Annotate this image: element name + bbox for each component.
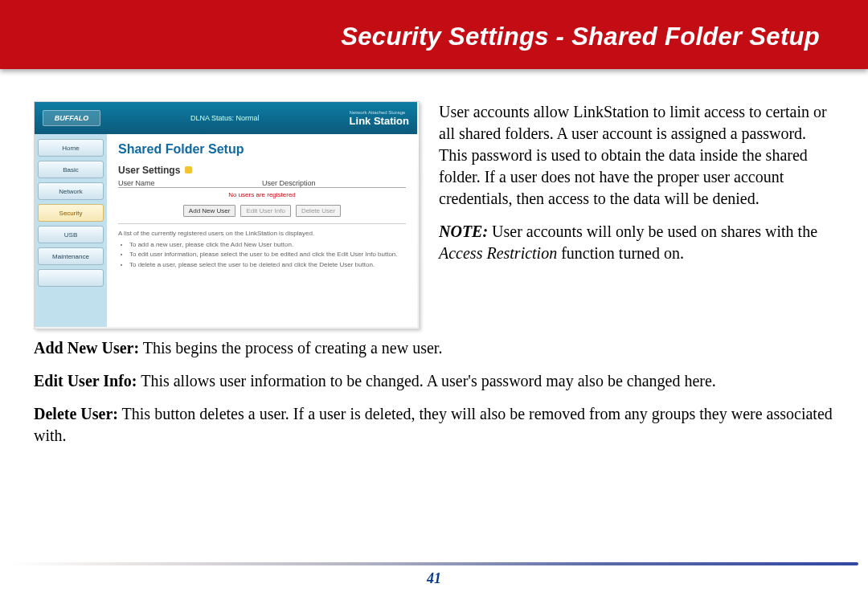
- dlna-status: DLNA Status: Normal: [190, 114, 260, 122]
- sidebar-item-network[interactable]: Network: [38, 182, 104, 200]
- add-new-user-paragraph: Add New User: This begins the process of…: [34, 337, 834, 359]
- header-band: Security Settings - Shared Folder Setup: [0, 0, 868, 69]
- screenshot-sidebar: Home Basic Network Security USB Maintena…: [35, 134, 107, 327]
- panel-subtitle: User Settings: [118, 165, 406, 176]
- screenshot-main-panel: Shared Folder Setup User Settings User N…: [107, 134, 417, 327]
- add-new-user-button[interactable]: Add New User: [183, 205, 236, 217]
- term-edit-user-info: Edit User Info:: [34, 372, 137, 390]
- sidebar-item-basic[interactable]: Basic: [38, 161, 104, 178]
- page-title: Security Settings - Shared Folder Setup: [0, 0, 868, 51]
- hint-item: To add a new user, please click the Add …: [129, 240, 406, 249]
- screenshot-topbar: BUFFALO DLNA Status: Normal Network Atta…: [35, 102, 417, 134]
- col-userdesc: User Description: [262, 179, 406, 187]
- footer-divider: [10, 562, 858, 565]
- hint-item: To edit user information, please select …: [129, 250, 406, 259]
- product-name: Network Attached Storage Link Station: [350, 110, 409, 127]
- edit-user-info-paragraph: Edit User Info: This allows user informa…: [34, 370, 834, 392]
- sidebar-item-usb[interactable]: USB: [38, 226, 104, 243]
- access-restriction-term: Access Restriction: [439, 244, 557, 262]
- term-delete-user: Delete User:: [34, 405, 118, 422]
- empty-state: No users are registered: [118, 188, 406, 205]
- delete-user-paragraph: Delete User: This button deletes a user.…: [34, 403, 834, 447]
- delete-user-button[interactable]: Delete User: [296, 205, 341, 217]
- term-add-new-user: Add New User:: [34, 339, 139, 357]
- hint-item: To delete a user, please select the user…: [129, 260, 406, 269]
- brand-logo: BUFFALO: [43, 110, 100, 126]
- edit-user-info-button[interactable]: Edit User Info: [240, 205, 290, 217]
- sidebar-item-maintenance[interactable]: Maintenance: [38, 247, 104, 265]
- note-lead: NOTE:: [439, 222, 488, 240]
- sidebar-item-extra[interactable]: [38, 269, 104, 287]
- screenshot-figure: BUFFALO DLNA Status: Normal Network Atta…: [34, 101, 420, 329]
- page-number: 41: [0, 570, 868, 587]
- panel-title: Shared Folder Setup: [118, 142, 406, 157]
- page-footer: 41: [0, 562, 868, 587]
- help-icon[interactable]: [185, 166, 192, 173]
- col-username: User Name: [118, 179, 262, 187]
- user-table-header: User Name User Description: [118, 179, 406, 188]
- sidebar-item-security[interactable]: Security: [38, 204, 104, 222]
- hint-box: A list of the currently registered users…: [118, 223, 406, 269]
- sidebar-item-home[interactable]: Home: [38, 139, 104, 157]
